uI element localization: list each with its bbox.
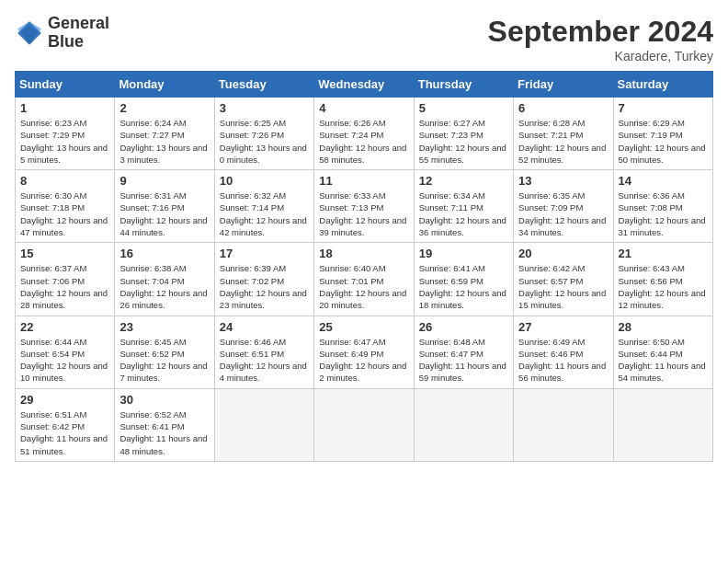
day-info: Sunrise: 6:32 AMSunset: 7:14 PMDaylight:… <box>220 190 309 238</box>
day-number: 17 <box>220 247 309 260</box>
table-row: 13 Sunrise: 6:35 AMSunset: 7:09 PMDaylig… <box>514 170 613 243</box>
table-row: 22 Sunrise: 6:44 AMSunset: 6:54 PMDaylig… <box>16 316 115 388</box>
table-row: 7 Sunrise: 6:29 AMSunset: 7:19 PMDayligh… <box>613 98 712 170</box>
col-saturday: Saturday <box>613 72 712 98</box>
table-row: 21 Sunrise: 6:43 AMSunset: 6:56 PMDaylig… <box>613 243 712 316</box>
table-row: 12 Sunrise: 6:34 AMSunset: 7:11 PMDaylig… <box>414 170 513 243</box>
day-info: Sunrise: 6:31 AMSunset: 7:16 PMDaylight:… <box>119 190 209 238</box>
day-number: 25 <box>319 320 408 334</box>
col-friday: Friday <box>514 72 613 98</box>
table-row: 1 Sunrise: 6:23 AMSunset: 7:29 PMDayligh… <box>16 98 115 170</box>
table-row: 24 Sunrise: 6:46 AMSunset: 6:51 PMDaylig… <box>214 316 313 388</box>
day-number: 28 <box>619 320 708 334</box>
day-info: Sunrise: 6:44 AMSunset: 6:54 PMDaylight:… <box>20 336 109 385</box>
calendar-table: Sunday Monday Tuesday Wednesday Thursday… <box>15 71 713 462</box>
day-info: Sunrise: 6:34 AMSunset: 7:11 PMDaylight:… <box>419 190 508 238</box>
table-row: 28 Sunrise: 6:50 AMSunset: 6:44 PMDaylig… <box>613 316 712 388</box>
month-title: September 2024 <box>488 15 713 49</box>
day-info: Sunrise: 6:48 AMSunset: 6:47 PMDaylight:… <box>419 336 508 385</box>
table-row: 16 Sunrise: 6:38 AMSunset: 7:04 PMDaylig… <box>115 243 214 316</box>
day-number: 26 <box>419 320 508 334</box>
day-info: Sunrise: 6:27 AMSunset: 7:23 PMDaylight:… <box>419 117 508 166</box>
day-number: 10 <box>220 174 309 188</box>
day-number: 7 <box>619 101 708 115</box>
day-info: Sunrise: 6:26 AMSunset: 7:24 PMDaylight:… <box>319 117 408 166</box>
day-number: 30 <box>119 393 209 407</box>
table-row: 30 Sunrise: 6:52 AMSunset: 6:41 PMDaylig… <box>115 388 214 461</box>
day-info: Sunrise: 6:39 AMSunset: 7:02 PMDaylight:… <box>220 262 309 311</box>
day-number: 15 <box>20 247 109 260</box>
day-number: 23 <box>119 320 209 334</box>
day-info: Sunrise: 6:30 AMSunset: 7:18 PMDaylight:… <box>20 190 109 238</box>
calendar-week-row: 8 Sunrise: 6:30 AMSunset: 7:18 PMDayligh… <box>16 170 713 243</box>
calendar-header-row: Sunday Monday Tuesday Wednesday Thursday… <box>16 72 713 98</box>
table-row <box>514 388 613 461</box>
table-row: 20 Sunrise: 6:42 AMSunset: 6:57 PMDaylig… <box>514 243 613 316</box>
col-sunday: Sunday <box>16 72 115 98</box>
day-number: 21 <box>619 247 708 260</box>
table-row: 25 Sunrise: 6:47 AMSunset: 6:49 PMDaylig… <box>314 316 414 388</box>
calendar-week-row: 15 Sunrise: 6:37 AMSunset: 7:06 PMDaylig… <box>16 243 713 316</box>
day-number: 16 <box>119 247 209 260</box>
table-row: 10 Sunrise: 6:32 AMSunset: 7:14 PMDaylig… <box>214 170 313 243</box>
day-number: 13 <box>518 174 608 188</box>
day-number: 14 <box>619 174 708 188</box>
table-row: 18 Sunrise: 6:40 AMSunset: 7:01 PMDaylig… <box>314 243 414 316</box>
logo: General Blue <box>15 15 109 52</box>
day-info: Sunrise: 6:47 AMSunset: 6:49 PMDaylight:… <box>319 336 408 385</box>
table-row <box>613 388 712 461</box>
day-info: Sunrise: 6:50 AMSunset: 6:44 PMDaylight:… <box>619 336 708 385</box>
day-info: Sunrise: 6:43 AMSunset: 6:56 PMDaylight:… <box>619 262 708 311</box>
logo-icon <box>15 18 44 48</box>
table-row: 26 Sunrise: 6:48 AMSunset: 6:47 PMDaylig… <box>414 316 513 388</box>
day-info: Sunrise: 6:51 AMSunset: 6:42 PMDaylight:… <box>20 408 109 457</box>
calendar-body: 1 Sunrise: 6:23 AMSunset: 7:29 PMDayligh… <box>16 98 713 462</box>
calendar-week-row: 22 Sunrise: 6:44 AMSunset: 6:54 PMDaylig… <box>16 316 713 388</box>
location: Karadere, Turkey <box>488 49 713 63</box>
day-info: Sunrise: 6:49 AMSunset: 6:46 PMDaylight:… <box>518 336 608 385</box>
table-row: 3 Sunrise: 6:25 AMSunset: 7:26 PMDayligh… <box>214 98 313 170</box>
day-number: 3 <box>220 101 309 115</box>
day-info: Sunrise: 6:28 AMSunset: 7:21 PMDaylight:… <box>518 117 608 166</box>
day-number: 9 <box>119 174 209 188</box>
day-number: 6 <box>518 101 608 115</box>
day-number: 20 <box>518 247 608 260</box>
day-number: 5 <box>419 101 508 115</box>
table-row: 19 Sunrise: 6:41 AMSunset: 6:59 PMDaylig… <box>414 243 513 316</box>
day-number: 27 <box>518 320 608 334</box>
day-info: Sunrise: 6:33 AMSunset: 7:13 PMDaylight:… <box>319 190 408 238</box>
table-row <box>314 388 414 461</box>
table-row: 4 Sunrise: 6:26 AMSunset: 7:24 PMDayligh… <box>314 98 414 170</box>
col-monday: Monday <box>115 72 214 98</box>
day-info: Sunrise: 6:52 AMSunset: 6:41 PMDaylight:… <box>119 408 209 457</box>
day-info: Sunrise: 6:38 AMSunset: 7:04 PMDaylight:… <box>119 262 209 311</box>
day-number: 11 <box>319 174 408 188</box>
day-number: 4 <box>319 101 408 115</box>
day-info: Sunrise: 6:40 AMSunset: 7:01 PMDaylight:… <box>319 262 408 311</box>
col-thursday: Thursday <box>414 72 513 98</box>
day-info: Sunrise: 6:23 AMSunset: 7:29 PMDaylight:… <box>20 117 109 166</box>
table-row: 5 Sunrise: 6:27 AMSunset: 7:23 PMDayligh… <box>414 98 513 170</box>
day-info: Sunrise: 6:46 AMSunset: 6:51 PMDaylight:… <box>220 336 309 385</box>
day-number: 22 <box>20 320 109 334</box>
col-tuesday: Tuesday <box>214 72 313 98</box>
day-number: 19 <box>419 247 508 260</box>
day-number: 2 <box>119 101 209 115</box>
day-info: Sunrise: 6:37 AMSunset: 7:06 PMDaylight:… <box>20 262 109 311</box>
table-row: 15 Sunrise: 6:37 AMSunset: 7:06 PMDaylig… <box>16 243 115 316</box>
day-info: Sunrise: 6:25 AMSunset: 7:26 PMDaylight:… <box>220 117 309 166</box>
calendar-week-row: 1 Sunrise: 6:23 AMSunset: 7:29 PMDayligh… <box>16 98 713 170</box>
day-info: Sunrise: 6:24 AMSunset: 7:27 PMDaylight:… <box>119 117 209 166</box>
page-header: General Blue September 2024 Karadere, Tu… <box>15 15 713 63</box>
day-info: Sunrise: 6:41 AMSunset: 6:59 PMDaylight:… <box>419 262 508 311</box>
day-info: Sunrise: 6:36 AMSunset: 7:08 PMDaylight:… <box>619 190 708 238</box>
table-row: 27 Sunrise: 6:49 AMSunset: 6:46 PMDaylig… <box>514 316 613 388</box>
table-row: 6 Sunrise: 6:28 AMSunset: 7:21 PMDayligh… <box>514 98 613 170</box>
day-info: Sunrise: 6:45 AMSunset: 6:52 PMDaylight:… <box>119 336 209 385</box>
table-row: 9 Sunrise: 6:31 AMSunset: 7:16 PMDayligh… <box>115 170 214 243</box>
table-row <box>414 388 513 461</box>
table-row: 2 Sunrise: 6:24 AMSunset: 7:27 PMDayligh… <box>115 98 214 170</box>
table-row: 29 Sunrise: 6:51 AMSunset: 6:42 PMDaylig… <box>16 388 115 461</box>
day-info: Sunrise: 6:29 AMSunset: 7:19 PMDaylight:… <box>619 117 708 166</box>
table-row: 14 Sunrise: 6:36 AMSunset: 7:08 PMDaylig… <box>613 170 712 243</box>
